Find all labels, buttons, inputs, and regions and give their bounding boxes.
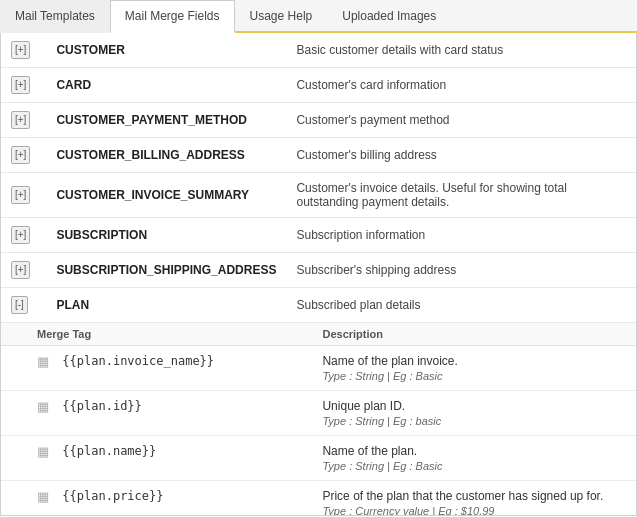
section-row-customer_invoice_summary[interactable]: [+] CUSTOMER_INVOICE_SUMMARY Customer's … (1, 173, 636, 218)
field-tag-3[interactable]: {{plan.price}} (62, 489, 163, 503)
section-desc-cell: Subscription information (286, 218, 636, 253)
tabs-bar: Mail Templates Mail Merge Fields Usage H… (0, 0, 637, 33)
field-desc-meta-3: Type : Currency value | Eg : $10.99 (322, 505, 626, 516)
section-row-subscription_shipping_address[interactable]: [+] SUBSCRIPTION_SHIPPING_ADDRESS Subscr… (1, 253, 636, 288)
section-desc-subscription_shipping_address: Subscriber's shipping address (296, 263, 456, 277)
section-desc-cell: Customer's billing address (286, 138, 636, 173)
merge-tag-header: Merge Tag (1, 323, 286, 346)
toggle-cell[interactable]: [+] (1, 33, 46, 68)
field-desc-main-2: Name of the plan. (322, 444, 626, 458)
section-name-cell: CUSTOMER_BILLING_ADDRESS (46, 138, 286, 173)
tab-usage-help[interactable]: Usage Help (235, 0, 328, 33)
field-desc-cell: Name of the plan. Type : String | Eg : B… (286, 436, 636, 481)
section-name-customer_invoice_summary: CUSTOMER_INVOICE_SUMMARY (56, 188, 249, 202)
section-row-customer_payment_method[interactable]: [+] CUSTOMER_PAYMENT_METHOD Customer's p… (1, 103, 636, 138)
copy-icon[interactable]: ▦ (37, 399, 51, 415)
section-desc-cell: Subscribed plan details (286, 288, 636, 323)
field-desc-meta-0: Type : String | Eg : Basic (322, 370, 626, 382)
plan-field-row: ▦ {{plan.name}} Name of the plan. Type :… (1, 436, 636, 481)
field-tag-cell: ▦ {{plan.price}} (1, 481, 286, 517)
toggle-cell[interactable]: [+] (1, 253, 46, 288)
copy-icon[interactable]: ▦ (37, 444, 51, 460)
section-row-subscription[interactable]: [+] SUBSCRIPTION Subscription informatio… (1, 218, 636, 253)
section-desc-cell: Customer's card information (286, 68, 636, 103)
section-name-customer_billing_address: CUSTOMER_BILLING_ADDRESS (56, 148, 244, 162)
plan-field-row: ▦ {{plan.id}} Unique plan ID. Type : Str… (1, 391, 636, 436)
content-area: [+] CUSTOMER Basic customer details with… (0, 33, 637, 516)
section-name-customer_payment_method: CUSTOMER_PAYMENT_METHOD (56, 113, 246, 127)
section-name-customer: CUSTOMER (56, 43, 124, 57)
section-row-card[interactable]: [+] CARD Customer's card information (1, 68, 636, 103)
field-tag-cell: ▦ {{plan.name}} (1, 436, 286, 481)
field-desc-main-0: Name of the plan invoice. (322, 354, 626, 368)
section-name-cell: CARD (46, 68, 286, 103)
tab-mail-merge-fields[interactable]: Mail Merge Fields (110, 0, 235, 33)
toggle-btn-subscription[interactable]: [+] (11, 226, 30, 244)
merge-fields-table: [+] CUSTOMER Basic customer details with… (1, 33, 636, 516)
section-name-subscription_shipping_address: SUBSCRIPTION_SHIPPING_ADDRESS (56, 263, 276, 277)
section-desc-plan: Subscribed plan details (296, 298, 420, 312)
tab-mail-templates[interactable]: Mail Templates (0, 0, 110, 33)
section-desc-customer_billing_address: Customer's billing address (296, 148, 436, 162)
plan-field-row: ▦ {{plan.price}} Price of the plan that … (1, 481, 636, 517)
field-tag-cell: ▦ {{plan.invoice_name}} (1, 346, 286, 391)
field-desc-main-3: Price of the plan that the customer has … (322, 489, 626, 503)
toggle-btn-card[interactable]: [+] (11, 76, 30, 94)
toggle-btn-customer[interactable]: [+] (11, 41, 30, 59)
toggle-cell[interactable]: [+] (1, 138, 46, 173)
section-name-cell: CUSTOMER (46, 33, 286, 68)
section-name-subscription: SUBSCRIPTION (56, 228, 147, 242)
toggle-cell[interactable]: [-] (1, 288, 46, 323)
section-desc-cell: Customer's payment method (286, 103, 636, 138)
toggle-btn-plan[interactable]: [-] (11, 296, 28, 314)
field-desc-main-1: Unique plan ID. (322, 399, 626, 413)
toggle-btn-customer_payment_method[interactable]: [+] (11, 111, 30, 129)
section-row-customer_billing_address[interactable]: [+] CUSTOMER_BILLING_ADDRESS Customer's … (1, 138, 636, 173)
section-row-plan[interactable]: [-] PLAN Subscribed plan details (1, 288, 636, 323)
tab-uploaded-images[interactable]: Uploaded Images (327, 0, 451, 33)
field-tag-2[interactable]: {{plan.name}} (62, 444, 156, 458)
toggle-btn-customer_invoice_summary[interactable]: [+] (11, 186, 30, 204)
section-name-cell: PLAN (46, 288, 286, 323)
toggle-btn-customer_billing_address[interactable]: [+] (11, 146, 30, 164)
plan-field-row: ▦ {{plan.invoice_name}} Name of the plan… (1, 346, 636, 391)
copy-icon[interactable]: ▦ (37, 354, 51, 370)
toggle-cell[interactable]: [+] (1, 218, 46, 253)
field-tag-0[interactable]: {{plan.invoice_name}} (62, 354, 214, 368)
field-desc-cell: Unique plan ID. Type : String | Eg : bas… (286, 391, 636, 436)
toggle-btn-subscription_shipping_address[interactable]: [+] (11, 261, 30, 279)
toggle-cell[interactable]: [+] (1, 173, 46, 218)
section-desc-customer_invoice_summary: Customer's invoice details. Useful for s… (296, 181, 566, 209)
section-row-customer[interactable]: [+] CUSTOMER Basic customer details with… (1, 33, 636, 68)
plan-fields-header: Merge Tag Description (1, 323, 636, 346)
section-desc-cell: Customer's invoice details. Useful for s… (286, 173, 636, 218)
toggle-cell[interactable]: [+] (1, 68, 46, 103)
field-tag-cell: ▦ {{plan.id}} (1, 391, 286, 436)
section-desc-cell: Subscriber's shipping address (286, 253, 636, 288)
section-name-cell: CUSTOMER_PAYMENT_METHOD (46, 103, 286, 138)
field-tag-1[interactable]: {{plan.id}} (62, 399, 141, 413)
section-name-plan: PLAN (56, 298, 89, 312)
toggle-cell[interactable]: [+] (1, 103, 46, 138)
field-desc-cell: Price of the plan that the customer has … (286, 481, 636, 517)
section-desc-subscription: Subscription information (296, 228, 425, 242)
copy-icon[interactable]: ▦ (37, 489, 51, 505)
section-name-cell: SUBSCRIPTION_SHIPPING_ADDRESS (46, 253, 286, 288)
field-desc-cell: Name of the plan invoice. Type : String … (286, 346, 636, 391)
section-desc-card: Customer's card information (296, 78, 446, 92)
section-desc-customer_payment_method: Customer's payment method (296, 113, 449, 127)
section-name-card: CARD (56, 78, 91, 92)
section-name-cell: CUSTOMER_INVOICE_SUMMARY (46, 173, 286, 218)
section-name-cell: SUBSCRIPTION (46, 218, 286, 253)
section-desc-cell: Basic customer details with card status (286, 33, 636, 68)
section-desc-customer: Basic customer details with card status (296, 43, 503, 57)
field-desc-meta-2: Type : String | Eg : Basic (322, 460, 626, 472)
field-desc-meta-1: Type : String | Eg : basic (322, 415, 626, 427)
description-header: Description (286, 323, 636, 346)
